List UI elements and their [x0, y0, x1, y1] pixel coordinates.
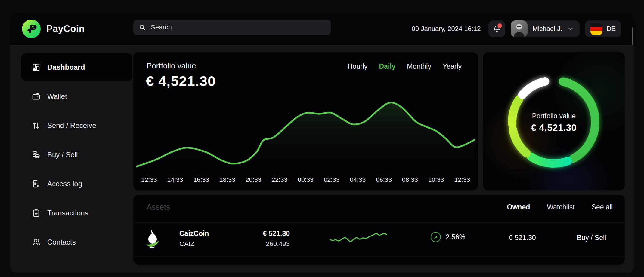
x-axis-label: 02:33: [324, 176, 340, 183]
tab-yearly[interactable]: Yearly: [443, 62, 462, 71]
sidebar: Dashboard Wallet Send / Receive: [21, 53, 132, 257]
tab-daily[interactable]: Daily: [379, 62, 395, 71]
sidebar-item-transactions[interactable]: Transactions: [21, 199, 132, 227]
language-code: DE: [606, 25, 616, 33]
x-axis-label: 16:33: [193, 176, 209, 183]
sidebar-item-label: Access log: [47, 180, 82, 188]
app-window: P PayCoin 09 January, 2024 16:12: [10, 13, 634, 273]
tab-hourly[interactable]: Hourly: [348, 62, 367, 71]
top-right-cluster: 09 January, 2024 16:12: [412, 13, 621, 45]
access-log-icon: [31, 179, 41, 189]
caizcoin-icon: [144, 228, 161, 249]
tab-monthly[interactable]: Monthly: [407, 62, 431, 71]
filter-see-all[interactable]: See all: [592, 203, 613, 211]
chevron-down-icon: [567, 25, 574, 32]
x-axis-label: 22:33: [272, 176, 288, 183]
send-receive-icon: [31, 121, 41, 130]
portfolio-value: € 4,521.30: [146, 73, 216, 89]
app-body: Dashboard Wallet Send / Receive: [10, 45, 634, 273]
divider: [133, 222, 625, 223]
x-axis-label: 10:33: [428, 176, 444, 183]
assets-header: Assets Owned Watchlist See all: [147, 202, 613, 212]
asset-change-percent: 2.56%: [446, 233, 465, 241]
sidebar-item-send-receive[interactable]: Send / Receive: [21, 111, 132, 139]
portfolio-title: Portfolio value: [147, 61, 196, 71]
buy-sell-button[interactable]: Buy / Sell: [577, 234, 606, 242]
sidebar-item-label: Dashboard: [47, 63, 85, 72]
x-axis-label: 06:33: [376, 176, 392, 183]
asset-row-caizcoin[interactable]: CaizCoin CAIZ € 521.30 260.493 2: [133, 223, 625, 257]
x-axis-label: 04:33: [350, 176, 366, 183]
x-axis-label: 00:33: [298, 176, 314, 183]
brand-name: PayCoin: [46, 23, 85, 34]
sidebar-item-dashboard[interactable]: Dashboard: [21, 53, 132, 81]
transactions-icon: [31, 208, 41, 218]
brand: P PayCoin: [22, 13, 85, 45]
sidebar-item-label: Send / Receive: [47, 121, 96, 130]
search-bar[interactable]: [133, 20, 331, 35]
assets-title: Assets: [147, 202, 170, 212]
filter-watchlist[interactable]: Watchlist: [547, 203, 574, 211]
chart-range-tabs: Hourly Daily Monthly Yearly: [348, 62, 462, 71]
notification-dot: [497, 23, 502, 28]
sidebar-item-label: Contacts: [47, 238, 76, 246]
asset-price: € 521.30: [251, 230, 290, 238]
trend-up-icon: [431, 232, 441, 242]
x-axis-label: 14:33: [167, 176, 183, 183]
asset-ticker: CAIZ: [179, 240, 209, 248]
sidebar-item-label: Wallet: [47, 92, 67, 101]
filter-owned[interactable]: Owned: [507, 203, 530, 211]
german-flag-icon: [590, 23, 602, 35]
sidebar-item-label: Buy / Sell: [47, 151, 78, 159]
paycoin-dashboard: P PayCoin 09 January, 2024 16:12: [0, 0, 644, 277]
paycoin-logo-icon: P: [22, 19, 41, 38]
donut-value: € 4,521.30: [531, 123, 577, 133]
x-axis: 12:33 14:33 16:33 18:33 20:33 22:33 00:3…: [141, 176, 470, 183]
asset-price-block: € 521.30 260.493: [251, 230, 290, 248]
language-selector[interactable]: DE: [585, 20, 621, 37]
asset-total-value: € 521.30: [509, 234, 554, 242]
sidebar-item-access-log[interactable]: Access log: [21, 170, 132, 198]
donut-center-label: Portfolio value € 4,521.30: [483, 53, 625, 192]
divider: [133, 257, 625, 257]
profile-name: Michael J.: [532, 25, 562, 33]
search-input[interactable]: [150, 23, 325, 32]
assets-card: Assets Owned Watchlist See all: [133, 195, 625, 265]
dashboard-icon: [31, 62, 41, 72]
sidebar-item-label: Transactions: [47, 209, 88, 217]
asset-name: CaizCoin: [179, 230, 209, 238]
sidebar-item-wallet[interactable]: Wallet: [21, 82, 132, 110]
x-axis-label: 20:33: [246, 176, 262, 183]
portfolio-donut-card: Portfolio value € 4,521.30: [483, 52, 625, 190]
assets-filters: Owned Watchlist See all: [507, 203, 613, 211]
asset-amount: 260.493: [251, 240, 290, 248]
asset-name-block: CaizCoin CAIZ: [179, 230, 209, 248]
notifications-button[interactable]: [488, 20, 505, 37]
buy-sell-icon: [31, 150, 41, 160]
top-bar: P PayCoin 09 January, 2024 16:12: [10, 13, 634, 45]
sidebar-item-contacts[interactable]: Contacts: [21, 228, 132, 256]
x-axis-label: 08:33: [402, 176, 418, 183]
wallet-icon: [31, 92, 41, 101]
search-icon: [139, 24, 146, 31]
asset-sparkline: [330, 231, 387, 249]
asset-change: 2.56%: [431, 232, 465, 242]
avatar: [511, 20, 528, 37]
x-axis-label: 12:33: [454, 176, 470, 183]
sidebar-item-buy-sell[interactable]: Buy / Sell: [21, 141, 132, 169]
donut-title: Portfolio value: [532, 112, 576, 120]
x-axis-label: 12:33: [141, 176, 157, 183]
x-axis-label: 18:33: [219, 176, 235, 183]
profile-menu[interactable]: Michael J.: [511, 20, 580, 37]
portfolio-chart-card: Portfolio value € 4,521.30 Hourly Daily …: [133, 52, 478, 190]
datetime-label: 09 January, 2024 16:12: [412, 25, 481, 33]
contacts-icon: [31, 237, 41, 247]
portfolio-line-chart: [136, 93, 475, 172]
